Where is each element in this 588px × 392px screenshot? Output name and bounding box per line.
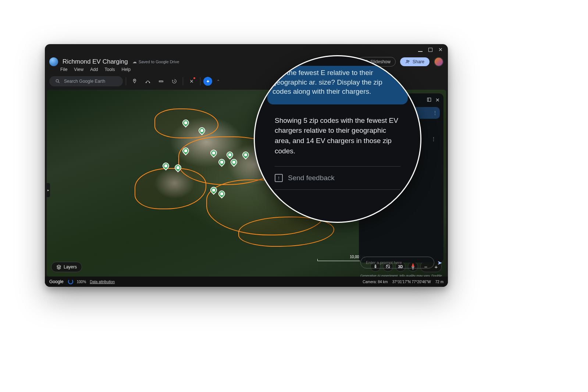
charger-pin[interactable] xyxy=(231,159,238,168)
charger-pin[interactable] xyxy=(182,147,189,156)
path-icon xyxy=(145,79,150,84)
project-title: Richmond EV Charging xyxy=(63,58,128,65)
toolbar-expand[interactable]: ⌃ xyxy=(214,79,222,84)
maximize-button[interactable] xyxy=(428,47,432,51)
placemark-tool[interactable] xyxy=(129,76,140,87)
feedback-icon: ! xyxy=(275,174,283,182)
cloud-icon: ☁ xyxy=(132,59,137,64)
user-avatar[interactable] xyxy=(434,57,443,67)
layers-icon xyxy=(56,264,61,270)
popout-icon xyxy=(427,97,432,102)
svg-point-3 xyxy=(56,79,58,82)
send-button[interactable]: ➤ xyxy=(437,259,442,266)
data-attribution-link[interactable]: Data attribution xyxy=(90,280,115,284)
measure-tool[interactable] xyxy=(156,76,167,87)
charger-pin[interactable] xyxy=(199,127,206,136)
menu-add[interactable]: Add xyxy=(90,67,98,72)
layers-button[interactable]: Layers xyxy=(51,262,82,272)
top-bar: Richmond EV Charging ☁ Saved to Google D… xyxy=(49,57,443,67)
charger-pin[interactable] xyxy=(218,159,225,168)
divider xyxy=(275,166,400,167)
prompt-input[interactable] xyxy=(360,257,434,268)
layers-label: Layers xyxy=(64,264,77,270)
footer-bar: Google 100% Data attribution Camera: 84 … xyxy=(45,277,448,287)
minimize-button[interactable] xyxy=(418,47,423,51)
charger-pin[interactable] xyxy=(182,120,189,128)
tools-icon xyxy=(189,79,194,84)
search-placeholder: Search Google Earth xyxy=(64,79,105,84)
close-button[interactable]: ✕ xyxy=(438,47,443,51)
svg-rect-10 xyxy=(427,98,431,101)
elevation: 72 m xyxy=(435,280,443,284)
svg-point-5 xyxy=(146,82,146,83)
svg-point-1 xyxy=(406,60,408,62)
divider xyxy=(126,77,126,85)
menu-tools[interactable]: Tools xyxy=(105,67,115,72)
region-outline xyxy=(135,168,206,209)
share-label: Share xyxy=(413,59,424,64)
loading-spinner-icon xyxy=(68,279,73,284)
svg-point-4 xyxy=(134,80,135,81)
search-icon xyxy=(55,79,60,84)
charger-pin[interactable] xyxy=(210,187,217,196)
svg-point-6 xyxy=(149,82,150,83)
region-outline xyxy=(238,217,334,246)
window-chrome: ✕ xyxy=(413,44,448,54)
charger-pin[interactable] xyxy=(210,150,217,158)
badge-dot-icon xyxy=(193,77,195,79)
panel-expand-handle[interactable]: ▸ xyxy=(47,183,50,197)
menu-file[interactable]: File xyxy=(60,67,67,72)
ai-assist-button[interactable]: ✦ xyxy=(203,77,212,86)
ruler-icon xyxy=(158,79,164,84)
prompt-row: ➤ xyxy=(360,257,442,268)
history-icon xyxy=(172,79,177,84)
scale-line xyxy=(317,259,365,261)
earth-logo-icon xyxy=(49,57,58,66)
mag-response: Showing 5 zip codes with the fewest EV c… xyxy=(275,112,400,163)
mag-user-prompt: with the fewest E relative to their geog… xyxy=(267,66,408,104)
camera-distance: Camera: 84 km xyxy=(363,280,388,284)
pin-icon xyxy=(132,79,137,84)
card-menu-button[interactable]: ⋮ xyxy=(432,110,438,116)
save-status-label: Saved to Google Drive xyxy=(139,60,179,64)
magnifier-overlay: with the fewest E relative to their geog… xyxy=(254,55,421,223)
path-tool[interactable] xyxy=(142,76,153,87)
send-feedback-button[interactable]: ! Send feedback xyxy=(275,170,400,186)
menu-help[interactable]: Help xyxy=(122,67,131,72)
charger-pin[interactable] xyxy=(175,164,182,173)
svg-point-2 xyxy=(408,61,409,62)
divider xyxy=(200,77,200,85)
coordinates: 37°31'17"N 77°20'46"W xyxy=(392,280,431,284)
feedback-label: Send feedback xyxy=(288,174,335,182)
menu-bar: File View Add Tools Help xyxy=(60,67,131,72)
charger-pin[interactable] xyxy=(242,152,249,160)
people-icon xyxy=(405,59,410,64)
charger-pin[interactable] xyxy=(163,163,170,171)
panel-popout-button[interactable] xyxy=(427,97,432,103)
divider xyxy=(275,189,400,190)
google-brand: Google xyxy=(49,279,64,284)
charger-pin[interactable] xyxy=(218,190,225,199)
search-input[interactable]: Search Google Earth xyxy=(49,76,123,86)
history-tool[interactable] xyxy=(169,76,180,87)
panel-close-button[interactable]: ✕ xyxy=(435,97,440,103)
save-status: ☁ Saved to Google Drive xyxy=(132,59,179,64)
extra-tool[interactable] xyxy=(186,76,197,87)
share-button[interactable]: Share xyxy=(400,57,430,66)
divider xyxy=(183,77,183,85)
load-percent: 100% xyxy=(77,280,86,284)
menu-view[interactable]: View xyxy=(74,67,83,72)
scale-bar: 10,000 m xyxy=(317,255,365,261)
